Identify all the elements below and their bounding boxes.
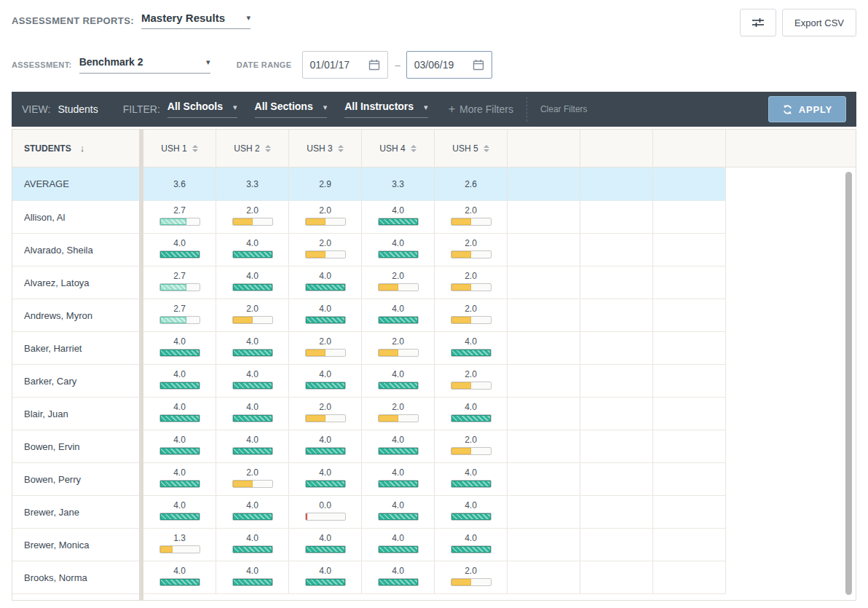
- score-bar: [159, 250, 200, 258]
- empty-cell: [508, 201, 580, 233]
- student-name-cell[interactable]: Allison, Al: [12, 201, 139, 233]
- date-end-input[interactable]: 03/06/19: [406, 51, 492, 79]
- student-name-cell[interactable]: Barker, Cary: [12, 365, 139, 397]
- student-name-cell[interactable]: Baker, Harriet: [12, 332, 139, 364]
- score-bar: [232, 513, 273, 521]
- score-value: 4.0: [246, 238, 259, 248]
- student-name-cell[interactable]: Brooks, Norma: [12, 561, 139, 593]
- score-bar: [451, 382, 492, 390]
- average-score-cell: 3.3: [216, 167, 289, 200]
- students-header-label: STUDENTS: [24, 143, 71, 154]
- score-cell: 2.0: [216, 299, 289, 331]
- table-row: Brooks, Norma4.04.04.04.02.0: [12, 561, 726, 594]
- score-bar: [232, 578, 273, 586]
- column-header-ush-1[interactable]: USH 1: [143, 130, 216, 167]
- column-header-students[interactable]: STUDENTS ↓: [12, 130, 139, 167]
- student-name-cell[interactable]: Bowen, Perry: [12, 463, 139, 495]
- score-bar: [378, 447, 419, 455]
- column-header-empty: [580, 130, 653, 167]
- score-bar: [378, 283, 419, 291]
- score-cell: 4.0: [216, 561, 289, 593]
- score-cell: 4.0: [143, 398, 216, 430]
- score-bar: [451, 578, 492, 586]
- chevron-down-icon: ▾: [246, 13, 250, 23]
- score-bar-fill: [233, 513, 272, 520]
- score-cell: 4.0: [143, 561, 216, 593]
- table-row: Andrews, Myron2.72.04.04.02.0: [12, 299, 726, 332]
- column-header-ush-2[interactable]: USH 2: [216, 130, 289, 167]
- score-cell: 2.0: [435, 561, 508, 593]
- score-bar-fill: [233, 546, 272, 553]
- calendar-icon[interactable]: [368, 59, 380, 71]
- score-value: 4.0: [173, 500, 186, 510]
- instructors-filter-dropdown[interactable]: All Instructors ▾: [344, 100, 427, 118]
- column-header-label: USH 3: [307, 143, 332, 154]
- column-header-label: USH 1: [161, 143, 186, 154]
- score-cell: 2.0: [435, 299, 508, 331]
- student-name-cell[interactable]: Alvarado, Sheila: [12, 234, 139, 266]
- score-cell: 4.0: [362, 561, 435, 593]
- average-score-cell: 3.3: [362, 167, 435, 200]
- report-picker: ASSESSMENT REPORTS: Mastery Results ▾: [12, 12, 250, 29]
- score-bar: [451, 283, 492, 291]
- score-value: 4.0: [319, 304, 331, 314]
- score-bar: [378, 316, 419, 324]
- table-row: Alvarez, Latoya2.74.04.02.02.0: [12, 267, 726, 299]
- sections-filter-dropdown[interactable]: All Sections ▾: [255, 100, 328, 118]
- export-csv-button[interactable]: Export CSV: [782, 9, 856, 36]
- table-row: Bowen, Ervin4.04.04.04.02.0: [12, 430, 726, 463]
- score-value: 2.0: [465, 271, 477, 281]
- chevron-down-icon: ▾: [323, 103, 328, 112]
- student-name-cell[interactable]: Andrews, Myron: [12, 299, 139, 331]
- score-bar-fill: [451, 218, 471, 225]
- average-score-value: 2.9: [319, 179, 331, 189]
- score-value: 4.0: [392, 238, 404, 248]
- assessment-dropdown[interactable]: Benchmark 2 ▾: [79, 56, 210, 74]
- score-bar-fill: [451, 382, 471, 389]
- score-bar-fill: [306, 251, 326, 258]
- schools-filter-dropdown[interactable]: All Schools ▾: [167, 100, 237, 118]
- column-header-ush-5[interactable]: USH 5: [435, 130, 508, 167]
- score-bar-fill: [451, 481, 491, 487]
- more-filters-button[interactable]: +More Filters: [449, 103, 513, 116]
- table-row: Alvarado, Sheila4.04.02.04.02.0: [12, 234, 726, 267]
- score-bar-fill: [451, 415, 491, 422]
- student-name-cell[interactable]: Brewer, Jane: [12, 496, 139, 528]
- clear-filters-button[interactable]: Clear Filters: [540, 104, 588, 114]
- score-value: 4.0: [319, 369, 331, 379]
- score-bar-fill: [233, 218, 253, 225]
- empty-cell: [508, 299, 580, 331]
- score-bar: [159, 414, 200, 422]
- score-bar-fill: [451, 448, 471, 454]
- score-bar-fill: [160, 218, 186, 225]
- student-name-cell[interactable]: Brewer, Monica: [12, 529, 139, 561]
- score-bar: [451, 218, 492, 226]
- column-header-ush-4[interactable]: USH 4: [362, 130, 435, 167]
- score-cell: 4.0: [216, 496, 289, 528]
- score-bar: [232, 414, 273, 422]
- student-name-cell[interactable]: Alvarez, Latoya: [12, 267, 139, 299]
- score-cell: 2.0: [362, 267, 435, 299]
- student-name-cell[interactable]: Blair, Juan: [12, 398, 139, 430]
- calendar-icon[interactable]: [473, 59, 484, 71]
- empty-cell: [580, 234, 653, 266]
- view-value: Students: [58, 103, 98, 115]
- sort-icon: [484, 145, 489, 152]
- date-start-input[interactable]: 01/01/17: [302, 51, 388, 79]
- empty-cell: [508, 267, 580, 299]
- settings-button[interactable]: [740, 9, 776, 36]
- instructors-filter-value: All Instructors: [344, 100, 414, 112]
- score-bar: [305, 513, 346, 521]
- score-bar: [451, 414, 492, 422]
- column-divider-strip: [139, 130, 143, 600]
- column-header-ush-3[interactable]: USH 3: [289, 130, 362, 167]
- vertical-scrollbar-thumb[interactable]: [845, 172, 852, 595]
- report-type-dropdown[interactable]: Mastery Results ▾: [141, 12, 250, 29]
- score-bar-fill: [160, 415, 200, 422]
- score-bar: [305, 283, 346, 291]
- score-bar-fill: [379, 481, 418, 487]
- empty-cell: [653, 201, 726, 233]
- student-name-cell[interactable]: Bowen, Ervin: [12, 430, 139, 462]
- score-bar-fill: [379, 251, 418, 258]
- apply-button[interactable]: APPLY: [768, 96, 846, 122]
